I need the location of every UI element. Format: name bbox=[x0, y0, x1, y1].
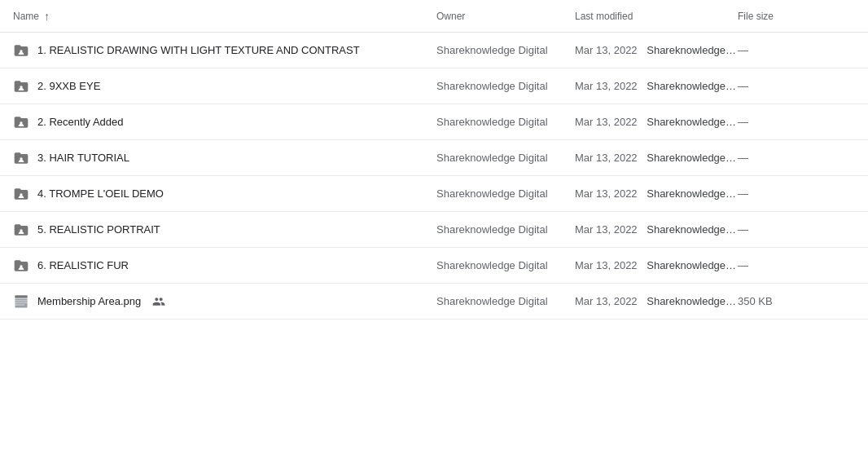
file-name-label: 6. REALISTIC FUR bbox=[37, 259, 129, 271]
modified-by: Shareknowledge… bbox=[647, 152, 736, 164]
row-name: 4. TROMPE L'OEIL DEMO bbox=[13, 186, 436, 202]
rows-container: 1. REALISTIC DRAWING WITH LIGHT TEXTURE … bbox=[0, 33, 868, 320]
col-name-label: Name bbox=[13, 11, 39, 22]
row-size: — bbox=[738, 80, 855, 92]
row-name: Membership Area.png bbox=[13, 293, 436, 310]
modified-date: Mar 13, 2022 bbox=[575, 44, 638, 56]
row-owner: Shareknowledge Digital bbox=[436, 187, 575, 200]
file-name-label: 3. HAIR TUTORIAL bbox=[37, 152, 129, 164]
row-modified: Mar 13, 2022 Shareknowledge… bbox=[575, 295, 738, 307]
row-name: 2. 9XXB EYE bbox=[13, 78, 436, 95]
svg-rect-11 bbox=[15, 302, 28, 302]
modified-by: Shareknowledge… bbox=[647, 187, 736, 200]
modified-date: Mar 13, 2022 bbox=[575, 152, 638, 164]
folder-person-icon bbox=[13, 222, 29, 238]
modified-date: Mar 13, 2022 bbox=[575, 80, 638, 92]
row-size: — bbox=[738, 152, 855, 164]
row-owner: Shareknowledge Digital bbox=[436, 116, 575, 128]
table-row[interactable]: 1. REALISTIC DRAWING WITH LIGHT TEXTURE … bbox=[0, 33, 868, 68]
row-size: — bbox=[738, 116, 855, 128]
col-name-header[interactable]: Name ↑ bbox=[13, 10, 436, 23]
row-size: — bbox=[738, 223, 855, 236]
table-row[interactable]: 4. TROMPE L'OEIL DEMO Shareknowledge Dig… bbox=[0, 176, 868, 212]
file-table: Name ↑ Owner Last modified File size 1. … bbox=[0, 0, 868, 320]
file-name-label: 2. Recently Added bbox=[37, 116, 124, 128]
row-name: 5. REALISTIC PORTRAIT bbox=[13, 222, 436, 238]
table-row[interactable]: Membership Area.png Shareknowledge Digit… bbox=[0, 284, 868, 320]
row-size: — bbox=[738, 259, 855, 271]
row-modified: Mar 13, 2022 Shareknowledge… bbox=[575, 80, 738, 92]
file-name-label: Membership Area.png bbox=[37, 295, 141, 307]
table-row[interactable]: 2. Recently Added Shareknowledge Digital… bbox=[0, 104, 868, 140]
svg-rect-12 bbox=[15, 304, 25, 305]
row-modified: Mar 13, 2022 Shareknowledge… bbox=[575, 44, 738, 56]
row-owner: Shareknowledge Digital bbox=[436, 152, 575, 164]
file-name-label: 4. TROMPE L'OEIL DEMO bbox=[37, 187, 164, 200]
folder-person-icon bbox=[13, 150, 29, 166]
row-owner: Shareknowledge Digital bbox=[436, 295, 575, 307]
folder-person-icon bbox=[13, 258, 29, 274]
svg-rect-8 bbox=[15, 295, 28, 298]
table-row[interactable]: 2. 9XXB EYE Shareknowledge Digital Mar 1… bbox=[0, 68, 868, 104]
modified-by: Shareknowledge… bbox=[647, 259, 736, 271]
folder-person-icon bbox=[13, 78, 29, 95]
row-size: 350 KB bbox=[738, 295, 855, 307]
folder-person-icon bbox=[13, 186, 29, 202]
row-size: — bbox=[738, 187, 855, 200]
row-size: — bbox=[738, 44, 855, 56]
folder-person-icon bbox=[13, 42, 29, 59]
modified-by: Shareknowledge… bbox=[647, 44, 736, 56]
file-name-label: 2. 9XXB EYE bbox=[37, 80, 100, 92]
modified-date: Mar 13, 2022 bbox=[575, 116, 638, 128]
table-row[interactable]: 3. HAIR TUTORIAL Shareknowledge Digital … bbox=[0, 140, 868, 176]
image-file-icon bbox=[13, 293, 29, 310]
modified-by: Shareknowledge… bbox=[647, 295, 736, 307]
folder-person-icon bbox=[13, 114, 29, 130]
file-name-label: 5. REALISTIC PORTRAIT bbox=[37, 223, 160, 236]
col-owner-header: Owner bbox=[436, 11, 575, 22]
row-name: 3. HAIR TUTORIAL bbox=[13, 150, 436, 166]
col-size-header: File size bbox=[738, 11, 855, 22]
row-owner: Shareknowledge Digital bbox=[436, 259, 575, 271]
sort-arrow-icon: ↑ bbox=[44, 10, 50, 23]
modified-by: Shareknowledge… bbox=[647, 80, 736, 92]
row-modified: Mar 13, 2022 Shareknowledge… bbox=[575, 116, 738, 128]
row-modified: Mar 13, 2022 Shareknowledge… bbox=[575, 223, 738, 236]
row-modified: Mar 13, 2022 Shareknowledge… bbox=[575, 259, 738, 271]
col-modified-header: Last modified bbox=[575, 11, 738, 22]
row-name: 6. REALISTIC FUR bbox=[13, 258, 436, 274]
modified-date: Mar 13, 2022 bbox=[575, 259, 638, 271]
row-modified: Mar 13, 2022 Shareknowledge… bbox=[575, 187, 738, 200]
shared-icon bbox=[152, 295, 165, 308]
modified-date: Mar 13, 2022 bbox=[575, 223, 638, 236]
modified-date: Mar 13, 2022 bbox=[575, 295, 638, 307]
svg-rect-10 bbox=[15, 300, 28, 301]
row-name: 2. Recently Added bbox=[13, 114, 436, 130]
svg-rect-9 bbox=[15, 298, 28, 298]
row-owner: Shareknowledge Digital bbox=[436, 44, 575, 56]
table-row[interactable]: 5. REALISTIC PORTRAIT Shareknowledge Dig… bbox=[0, 212, 868, 248]
modified-by: Shareknowledge… bbox=[647, 116, 736, 128]
row-owner: Shareknowledge Digital bbox=[436, 223, 575, 236]
table-row[interactable]: 6. REALISTIC FUR Shareknowledge Digital … bbox=[0, 248, 868, 284]
row-owner: Shareknowledge Digital bbox=[436, 80, 575, 92]
modified-date: Mar 13, 2022 bbox=[575, 187, 638, 200]
row-name: 1. REALISTIC DRAWING WITH LIGHT TEXTURE … bbox=[13, 42, 436, 59]
table-header: Name ↑ Owner Last modified File size bbox=[0, 0, 868, 33]
row-modified: Mar 13, 2022 Shareknowledge… bbox=[575, 152, 738, 164]
file-name-label: 1. REALISTIC DRAWING WITH LIGHT TEXTURE … bbox=[37, 44, 360, 56]
modified-by: Shareknowledge… bbox=[647, 223, 736, 236]
